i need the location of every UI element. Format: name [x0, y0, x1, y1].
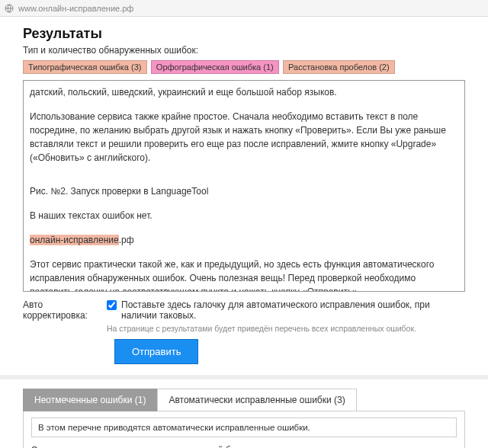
autocorrect-row: Авто корректировка: Поставьте здесь гало… [23, 299, 465, 333]
text-input-area[interactable]: датский, польский, шведский, украинский … [23, 80, 465, 292]
highlight-spelling[interactable]: онлайн-исправление [30, 235, 119, 245]
url-text: www.онлайн-исправление.рф [18, 4, 133, 13]
badge-typo[interactable]: Типографическая ошибка (3) [23, 60, 147, 74]
text-line: Этот сервис практически такой же, как и … [30, 258, 458, 292]
results-panel: В этом перечне приводятся автоматически … [23, 411, 465, 448]
submit-button[interactable]: Отправить [114, 339, 198, 364]
panel-intro: В этом перечне приводятся автоматически … [31, 418, 457, 437]
main-content: Результаты Тип и количество обнаруженных… [0, 17, 488, 448]
text-line: В наших текстах ошибок нет. [30, 209, 458, 222]
address-bar[interactable]: www.онлайн-исправление.рф [0, 0, 488, 17]
autocorrect-checkbox[interactable] [107, 300, 117, 310]
text-line: Рис. №2. Запуск проверки в LanguageTool [30, 184, 458, 198]
tab-autofixed[interactable]: Автоматически исправленные ошибки (3) [157, 389, 356, 411]
results-tabs: Неотмеченные ошибки (1) Автоматически ис… [23, 389, 465, 411]
section-divider [0, 375, 488, 379]
text-line: Использование сервиса также крайне прост… [30, 110, 458, 165]
autocorrect-hint: На странице с результатами будет приведё… [107, 324, 465, 333]
badge-spelling[interactable]: Орфографическая ошибка (1) [151, 60, 279, 74]
globe-icon [5, 4, 14, 13]
page-title: Результаты [23, 26, 465, 42]
error-badges: Типографическая ошибка (3) Орфографическ… [23, 60, 465, 74]
error-summary-label: Тип и количество обнаруженных ошибок: [23, 45, 465, 56]
error-title: Это предложение не начинается с заглавно… [31, 445, 457, 448]
badge-spacing[interactable]: Расстановка пробелов (2) [283, 60, 395, 74]
autocorrect-text: Поставьте здесь галочку для автоматическ… [121, 299, 465, 321]
autocorrect-label: Авто корректировка: [23, 299, 107, 333]
tab-unmarked[interactable]: Неотмеченные ошибки (1) [23, 389, 157, 411]
error-item: Это предложение не начинается с заглавно… [31, 445, 457, 448]
text-line: онлайн-исправление.рф [30, 233, 458, 247]
text-line: датский, польский, шведский, украинский … [30, 85, 458, 99]
